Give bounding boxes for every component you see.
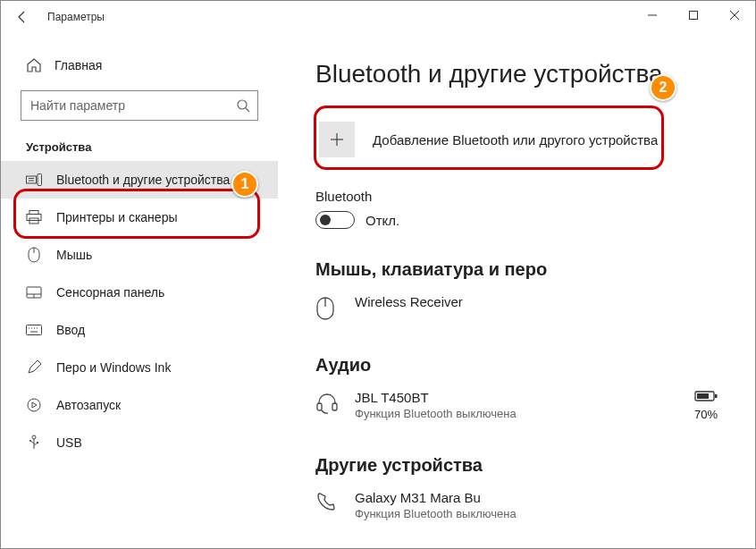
device-jbl[interactable]: JBL T450BT Функция Bluetooth выключена 7… (315, 386, 744, 425)
window-title: Параметры (47, 11, 105, 23)
sidebar-item-label: USB (56, 435, 82, 450)
sidebar-item-printers[interactable]: Принтеры и сканеры (1, 198, 278, 236)
sidebar: Главная Устройства Bluetooth и другие ус… (1, 33, 278, 548)
sidebar-item-touchpad[interactable]: Сенсорная панель (1, 274, 278, 311)
svg-rect-33 (317, 403, 322, 410)
svg-rect-7 (38, 174, 42, 186)
sidebar-item-label: Мышь (56, 248, 92, 262)
touchpad-icon (26, 284, 42, 300)
battery-icon (694, 390, 718, 402)
maximize-icon (688, 10, 699, 21)
sidebar-item-label: Автозапуск (56, 398, 121, 412)
svg-point-24 (28, 399, 40, 411)
svg-rect-10 (29, 211, 38, 215)
bluetooth-label: Bluetooth (315, 189, 744, 204)
search-box[interactable] (21, 90, 258, 121)
sidebar-item-label: Ввод (56, 323, 85, 337)
svg-rect-6 (27, 176, 37, 183)
svg-rect-18 (27, 325, 42, 335)
autoplay-icon (26, 397, 42, 413)
add-device-label: Добавление Bluetooth или другого устройс… (373, 132, 658, 148)
bluetooth-toggle-row: Откл. (315, 211, 744, 229)
minimize-button[interactable] (632, 1, 673, 30)
sidebar-item-typing[interactable]: Ввод (1, 311, 278, 349)
window-controls (632, 1, 755, 30)
keyboard-icon (26, 322, 42, 338)
svg-point-25 (32, 435, 36, 439)
device-wireless-receiver[interactable]: Wireless Receiver (315, 291, 744, 325)
back-button[interactable] (13, 8, 31, 26)
svg-line-5 (246, 108, 249, 112)
sidebar-home-label: Главная (55, 58, 102, 72)
sidebar-category: Устройства (1, 121, 278, 161)
pen-icon (26, 359, 42, 376)
mouse-icon (26, 247, 42, 263)
plus-icon (319, 122, 355, 157)
sidebar-item-pen[interactable]: Перо и Windows Ink (1, 349, 278, 386)
sidebar-item-label: Принтеры и сканеры (56, 210, 177, 224)
device-sub: Функция Bluetooth выключена (355, 507, 517, 520)
sidebar-item-label: Перо и Windows Ink (56, 360, 171, 375)
device-battery: 70% (694, 390, 718, 421)
section-input-title: Мышь, клавиатура и перо (315, 259, 744, 280)
sidebar-item-mouse[interactable]: Мышь (1, 236, 278, 274)
search-input[interactable] (30, 98, 236, 113)
usb-icon (26, 435, 42, 451)
svg-rect-37 (697, 393, 709, 399)
sidebar-item-bluetooth[interactable]: Bluetooth и другие устройства (1, 161, 278, 198)
section-other-title: Другие устройства (315, 455, 744, 476)
close-icon (729, 10, 740, 21)
sidebar-home[interactable]: Главная (1, 49, 278, 81)
phone-icon (315, 492, 342, 511)
device-sub: Функция Bluetooth выключена (355, 407, 517, 420)
headset-icon (315, 392, 342, 415)
main-panel: Bluetooth и другие устройства Добавление… (278, 33, 755, 548)
search-icon (236, 98, 250, 113)
home-icon (26, 57, 42, 73)
svg-rect-28 (37, 442, 38, 443)
page-title: Bluetooth и другие устройства (315, 60, 744, 89)
printer-icon (26, 209, 42, 225)
titlebar: Параметры (1, 1, 755, 33)
add-device-button[interactable]: Добавление Bluetooth или другого устройс… (315, 114, 744, 165)
svg-rect-34 (332, 403, 337, 410)
mouse-device-icon (315, 296, 342, 321)
svg-rect-11 (27, 215, 41, 221)
close-button[interactable] (714, 1, 755, 30)
sidebar-item-label: Bluetooth и другие устройства (56, 173, 230, 187)
section-audio-title: Аудио (315, 355, 744, 376)
device-name: JBL T450BT (355, 390, 517, 405)
sidebar-item-usb[interactable]: USB (1, 424, 278, 461)
bluetooth-toggle[interactable] (315, 211, 355, 229)
settings-window: Параметры Главная Устройства Bluetooth и (0, 0, 756, 549)
bluetooth-state: Откл. (365, 213, 399, 228)
minimize-icon (647, 10, 658, 21)
sidebar-item-autoplay[interactable]: Автозапуск (1, 386, 278, 424)
svg-rect-1 (690, 12, 698, 20)
sidebar-item-label: Сенсорная панель (56, 285, 164, 300)
device-name: Wireless Receiver (355, 294, 463, 309)
battery-percent: 70% (694, 408, 718, 421)
maximize-button[interactable] (673, 1, 714, 30)
device-name: Galaxy M31 Mara Bu (355, 490, 517, 505)
svg-point-4 (238, 100, 247, 109)
content-area: Главная Устройства Bluetooth и другие ус… (1, 33, 755, 548)
devices-icon (26, 172, 42, 188)
svg-rect-36 (715, 394, 718, 398)
device-galaxy[interactable]: Galaxy M31 Mara Bu Функция Bluetooth вык… (315, 486, 744, 524)
arrow-left-icon (15, 10, 29, 24)
svg-point-27 (29, 440, 31, 442)
toggle-knob (320, 215, 331, 225)
